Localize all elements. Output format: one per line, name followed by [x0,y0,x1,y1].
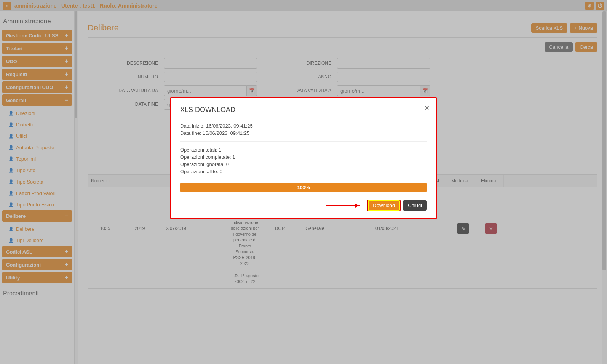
value-op-totali: 1 [219,147,221,153]
label-op-totali: Operazioni totali: [180,147,217,153]
annotation-arrow [326,205,360,206]
download-button[interactable]: Download [367,200,401,211]
value-op-ignorata: 0 [226,161,229,167]
value-op-fallite: 0 [220,169,222,174]
chiudi-button[interactable]: Chiudi [403,200,427,211]
modal-overlay: XLS DOWNLOAD × Data inizio: 16/06/2023, … [0,0,607,364]
label-op-ignorata: Operazioni ignorata: [180,161,225,167]
label-op-fallite: Operazioni fallite: [180,169,218,174]
xls-download-modal: XLS DOWNLOAD × Data inizio: 16/06/2023, … [170,97,437,219]
value-op-completate: 1 [232,154,235,160]
value-data-inizio: 16/06/2023, 09:41:25 [206,123,253,129]
progress-bar: 100% [180,183,427,192]
label-op-completate: Operazioni completate: [180,154,231,160]
label-data-inizio: Data inizio: [180,123,204,129]
label-data-fine: Data fine: [180,130,201,136]
value-data-fine: 16/06/2023, 09:41:25 [203,130,249,136]
modal-title: XLS DOWNLOAD [180,106,427,114]
close-icon[interactable]: × [425,104,429,112]
